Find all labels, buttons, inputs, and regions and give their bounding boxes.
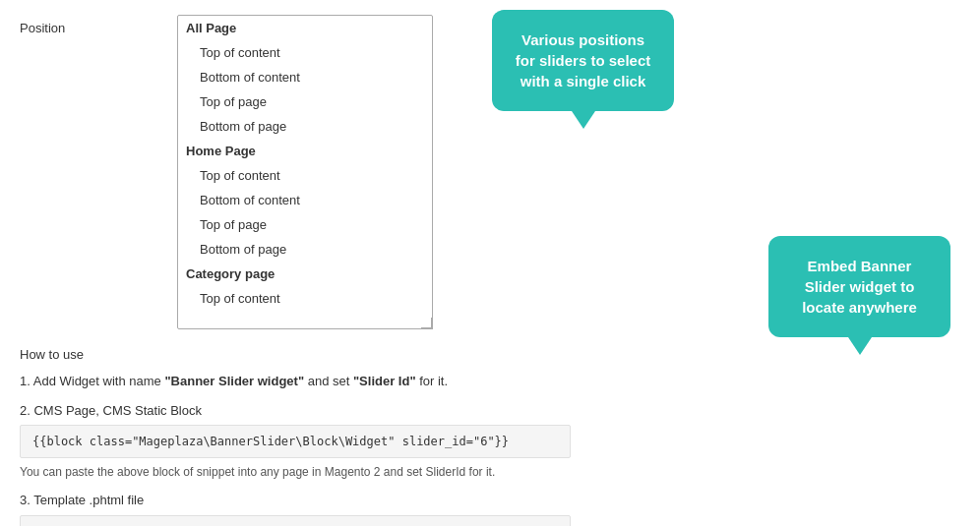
- step-1-text: 1. Add Widget with name "Banner Slider w…: [20, 374, 448, 388]
- step-1-highlight1: "Banner Slider widget": [164, 374, 304, 388]
- option-category-top-content[interactable]: Top of content: [178, 286, 432, 311]
- step-2-note: You can paste the above block of snippet…: [20, 463, 960, 481]
- bubble-positions: Various positions for sliders to select …: [492, 10, 674, 111]
- how-to-use-title: How to use: [20, 347, 960, 362]
- option-home-top-content[interactable]: Top of content: [178, 163, 432, 188]
- step-1-highlight2: "Slider Id": [353, 374, 416, 388]
- group-home-page: Home Page: [178, 139, 432, 163]
- position-select-wrapper: All Page Top of content Bottom of conten…: [177, 15, 433, 329]
- option-home-bottom-page[interactable]: Bottom of page: [178, 237, 432, 262]
- option-all-top-page[interactable]: Top of page: [178, 89, 432, 114]
- step-2-code[interactable]: {{block class="Mageplaza\BannerSlider\Bl…: [20, 425, 571, 458]
- option-all-bottom-page[interactable]: Bottom of page: [178, 114, 432, 139]
- bubble-positions-text: Various positions for sliders to select …: [516, 31, 651, 89]
- how-to-use-section: How to use 1. Add Widget with name "Bann…: [20, 347, 960, 526]
- option-home-bottom-content[interactable]: Bottom of content: [178, 188, 432, 212]
- step-2-label: 2. CMS Page, CMS Static Block: [20, 403, 202, 418]
- option-home-top-page[interactable]: Top of page: [178, 212, 432, 237]
- page-container: Position All Page Top of content Bottom …: [0, 0, 980, 526]
- group-all-page: All Page: [178, 16, 432, 40]
- step-2: 2. CMS Page, CMS Static Block {{block cl…: [20, 401, 960, 482]
- step-1: 1. Add Widget with name "Banner Slider w…: [20, 372, 960, 391]
- bubble-embed-text: Embed Banner Slider widget to locate any…: [802, 258, 917, 316]
- steps-list: 1. Add Widget with name "Banner Slider w…: [20, 372, 960, 526]
- position-label: Position: [20, 15, 177, 35]
- position-select[interactable]: All Page Top of content Bottom of conten…: [177, 15, 433, 329]
- group-category-page: Category page: [178, 262, 432, 286]
- option-all-bottom-content[interactable]: Bottom of content: [178, 65, 432, 89]
- step-3-label: 3. Template .phtml file: [20, 493, 144, 507]
- step-3: 3. Template .phtml file <?php echo $bloc…: [20, 491, 960, 526]
- step-3-code[interactable]: <?php echo $block->getLayout()-> >create…: [20, 515, 571, 527]
- option-all-top-content[interactable]: Top of content: [178, 40, 432, 65]
- bubble-embed: Embed Banner Slider widget to locate any…: [768, 236, 950, 337]
